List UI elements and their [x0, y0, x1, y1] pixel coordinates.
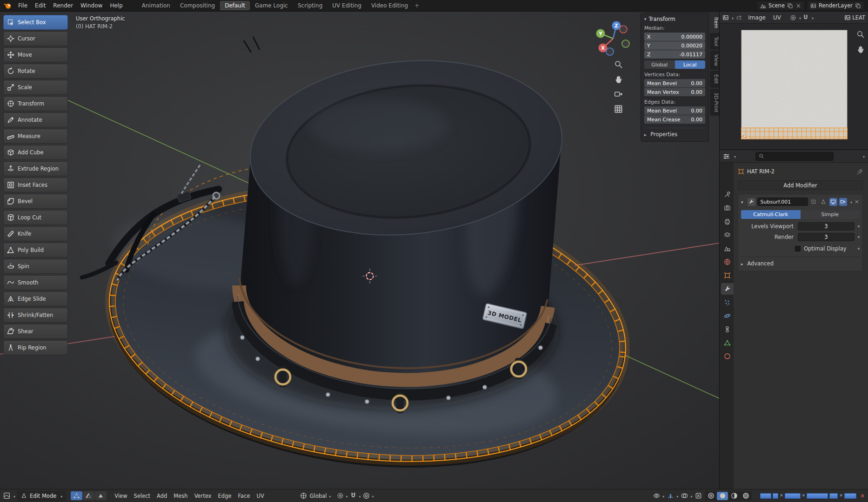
- add-modifier-button[interactable]: Add Modifier: [738, 180, 863, 190]
- properties-tab-render-icon[interactable]: [721, 202, 734, 214]
- editor-type-chevron[interactable]: [730, 14, 734, 21]
- viewport-3d[interactable]: 3D MODEL: [0, 12, 719, 489]
- strip-segment[interactable]: [844, 493, 856, 499]
- filter-chevron[interactable]: [861, 153, 865, 159]
- pin-icon[interactable]: [857, 169, 863, 175]
- visibility-dropdown[interactable]: [653, 492, 664, 499]
- tool-loop-cut[interactable]: Loop Cut: [3, 210, 68, 225]
- mode-dropdown[interactable]: Edit Mode: [17, 491, 66, 501]
- vertex-field-mean-vertex[interactable]: Mean Vertex0.00: [644, 88, 705, 96]
- gizmos-dropdown[interactable]: [667, 492, 678, 499]
- camera-view-icon[interactable]: [614, 90, 623, 99]
- proportional-dropdown[interactable]: [363, 492, 374, 499]
- properties-tab-output-icon[interactable]: [721, 216, 734, 227]
- pivot-chevron[interactable]: [798, 14, 801, 21]
- properties-tab-world-icon[interactable]: [721, 256, 734, 268]
- navigation-gizmo[interactable]: Z Y X: [592, 17, 634, 60]
- strip-x-icon[interactable]: ✕: [802, 494, 806, 498]
- snap-magnet-icon[interactable]: [802, 14, 809, 21]
- viewport-menu-add[interactable]: Add: [154, 492, 170, 500]
- sidebar-tab-tool[interactable]: Tool: [710, 33, 719, 50]
- tool-shear[interactable]: Shear: [3, 324, 68, 339]
- perspective-grid-icon[interactable]: [614, 105, 623, 113]
- shading-material[interactable]: [728, 492, 740, 500]
- editor-type-3d-icon[interactable]: [3, 492, 10, 499]
- properties-tab-constraints-icon[interactable]: [721, 324, 734, 335]
- strip-segment[interactable]: [760, 493, 771, 499]
- pivot-icon[interactable]: [790, 14, 796, 21]
- image-name[interactable]: LEAT: [852, 14, 865, 21]
- strip-segment[interactable]: [773, 493, 778, 499]
- unlink-scene-icon[interactable]: [795, 3, 801, 9]
- strip-segment[interactable]: [785, 493, 801, 499]
- edge-select-mode[interactable]: [83, 491, 94, 500]
- properties-tab-object-icon[interactable]: [721, 270, 734, 281]
- vertex-select-mode[interactable]: [71, 491, 82, 500]
- sidebar-tab-3d-print[interactable]: 3D-Print: [710, 89, 719, 116]
- viewport-menu-vertex[interactable]: Vertex: [191, 492, 215, 500]
- realtime-toggle-icon[interactable]: [829, 198, 837, 206]
- vertex-field-mean-bevel[interactable]: Mean Bevel0.00: [644, 79, 705, 87]
- orientation-dropdown[interactable]: Global: [300, 492, 331, 499]
- tool-edge-slide[interactable]: Edge Slide: [3, 291, 68, 306]
- tool-poly-build[interactable]: Poly Build: [3, 243, 68, 258]
- properties-editor-chevron[interactable]: [733, 153, 736, 159]
- menu-window[interactable]: Window: [77, 1, 106, 10]
- workspace-tab-default[interactable]: Default: [220, 1, 250, 10]
- sidebar-tab-edit[interactable]: Edit: [710, 71, 719, 87]
- strip-segment[interactable]: [807, 493, 828, 499]
- properties-tab-tool-icon[interactable]: [721, 189, 734, 200]
- add-workspace-button[interactable]: +: [413, 1, 421, 10]
- search-input[interactable]: [755, 152, 834, 161]
- pan-hand-icon[interactable]: [614, 75, 623, 84]
- viewport-canvas[interactable]: 3D MODEL: [0, 12, 719, 489]
- animate-dot[interactable]: [858, 236, 860, 238]
- median-z-field[interactable]: Z-0.01117: [644, 50, 705, 59]
- workspace-tab-animation[interactable]: Animation: [137, 1, 175, 10]
- strip-x-icon[interactable]: ✕: [780, 494, 783, 498]
- uv-canvas[interactable]: [720, 24, 868, 149]
- tool-smooth[interactable]: Smooth: [3, 275, 68, 290]
- properties-tab-physics-icon[interactable]: [721, 310, 734, 322]
- workspace-tab-compositing[interactable]: Compositing: [175, 1, 220, 10]
- edge-field-mean-bevel[interactable]: Mean Bevel0.00: [644, 106, 705, 115]
- tool-rotate[interactable]: Rotate: [3, 64, 68, 79]
- new-layer-icon[interactable]: [855, 3, 861, 9]
- properties-tab-scene-icon[interactable]: [721, 243, 734, 254]
- shading-solid[interactable]: [717, 492, 728, 500]
- tool-select-box[interactable]: Select Box: [3, 15, 68, 30]
- snap-dropdown[interactable]: [350, 492, 361, 499]
- editor-type-3d-chevron[interactable]: [12, 493, 15, 499]
- tool-scale[interactable]: Scale: [3, 80, 68, 95]
- optimal-display-checkbox[interactable]: [795, 246, 801, 251]
- face-select-mode[interactable]: [95, 491, 107, 500]
- menu-render[interactable]: Render: [49, 1, 77, 10]
- viewport-menu-uv[interactable]: UV: [254, 492, 267, 500]
- shading-rendered[interactable]: [740, 492, 751, 500]
- tool-inset-faces[interactable]: Inset Faces: [3, 178, 68, 192]
- scene-selector[interactable]: Scene: [757, 1, 805, 10]
- sidebar-tab-item[interactable]: Item: [710, 13, 719, 32]
- workspace-tab-uv-editing[interactable]: UV Editing: [327, 1, 366, 10]
- viewport-menu-select[interactable]: Select: [131, 492, 154, 500]
- new-scene-icon[interactable]: [787, 3, 793, 9]
- modifier-extras-chevron[interactable]: [849, 198, 852, 205]
- uv-menu-uv[interactable]: UV: [769, 13, 785, 22]
- viewport-menu-edge[interactable]: Edge: [215, 492, 235, 500]
- overlays-dropdown[interactable]: [681, 492, 692, 499]
- uv-pan-icon[interactable]: [856, 45, 865, 53]
- render-field[interactable]: 3: [798, 233, 855, 241]
- animate-dot[interactable]: [858, 225, 860, 227]
- strip-segment[interactable]: [829, 493, 838, 499]
- close-x-icon[interactable]: ✕: [860, 493, 865, 499]
- gizmo-x-neg[interactable]: [620, 26, 627, 33]
- cage-toggle-icon[interactable]: [810, 198, 818, 206]
- modifier-close-icon[interactable]: [854, 199, 860, 205]
- uv-zoom-icon[interactable]: [856, 30, 865, 39]
- snap-chevron[interactable]: [810, 14, 814, 21]
- properties-tab-material-icon[interactable]: [721, 350, 734, 362]
- gizmo-z-neg[interactable]: [606, 48, 614, 55]
- pivot-dropdown[interactable]: [337, 492, 348, 499]
- properties-tab-object-data-icon[interactable]: [721, 337, 734, 349]
- renderlayer-selector[interactable]: RenderLayer: [807, 1, 864, 10]
